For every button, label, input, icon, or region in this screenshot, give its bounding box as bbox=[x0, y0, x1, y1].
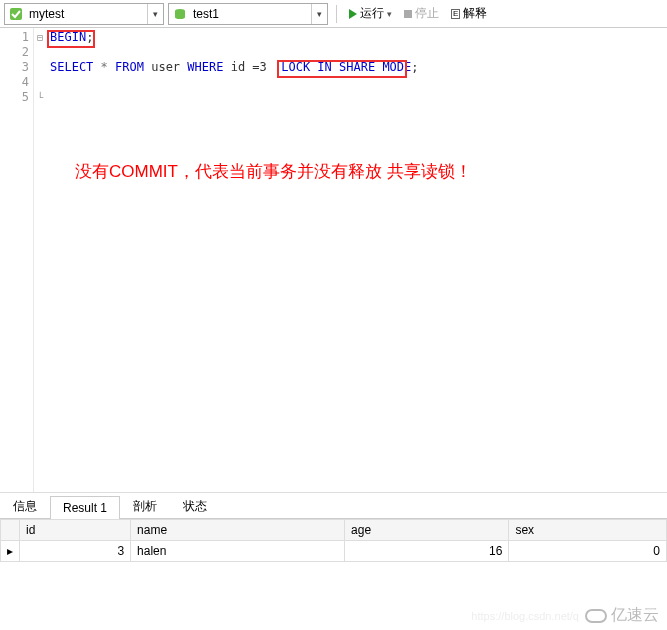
play-icon bbox=[349, 9, 357, 19]
line-number: 5 bbox=[0, 90, 29, 105]
database-dropdown[interactable]: mytest ▾ bbox=[4, 3, 164, 25]
result-tabs: 信息 Result 1 剖析 状态 bbox=[0, 493, 667, 519]
table-icon bbox=[171, 5, 189, 23]
explain-icon: E bbox=[451, 9, 460, 19]
chevron-down-icon: ▾ bbox=[147, 4, 163, 24]
fold-end: └ bbox=[34, 90, 46, 105]
sql-editor[interactable]: 1 2 3 4 5 ⊟ └ BEGIN; SELECT * FROM user … bbox=[0, 28, 667, 493]
tab-result1[interactable]: Result 1 bbox=[50, 496, 120, 519]
col-id[interactable]: id bbox=[20, 520, 131, 541]
fold-icon[interactable]: ⊟ bbox=[34, 30, 46, 45]
svg-rect-0 bbox=[10, 8, 22, 20]
fold-column: ⊟ └ bbox=[34, 28, 46, 492]
separator bbox=[336, 5, 337, 23]
result-table: id name age sex ▸ 3 halen 16 0 bbox=[0, 519, 667, 562]
stop-icon bbox=[404, 10, 412, 18]
fold-line bbox=[34, 75, 46, 90]
table-row[interactable]: ▸ 3 halen 16 0 bbox=[1, 541, 667, 562]
highlight-box-lock bbox=[277, 60, 407, 78]
run-label: 运行 bbox=[360, 5, 384, 22]
col-sex[interactable]: sex bbox=[509, 520, 667, 541]
line-number: 2 bbox=[0, 45, 29, 60]
line-gutter: 1 2 3 4 5 bbox=[0, 28, 34, 492]
table-name: test1 bbox=[191, 7, 311, 21]
toolbar: mytest ▾ test1 ▾ 运行 ▾ 停止 E 解释 bbox=[0, 0, 667, 28]
line-number: 3 bbox=[0, 60, 29, 75]
cell-age[interactable]: 16 bbox=[345, 541, 509, 562]
database-icon bbox=[7, 5, 25, 23]
row-nav-header bbox=[1, 520, 20, 541]
fold-line bbox=[34, 45, 46, 60]
tab-info[interactable]: 信息 bbox=[0, 493, 50, 519]
watermark-brand: 亿速云 bbox=[585, 605, 659, 626]
stop-button[interactable]: 停止 bbox=[400, 3, 443, 24]
chevron-down-icon: ▾ bbox=[311, 4, 327, 24]
explain-label: 解释 bbox=[463, 5, 487, 22]
row-indicator-icon: ▸ bbox=[1, 541, 20, 562]
cell-id[interactable]: 3 bbox=[20, 541, 131, 562]
stop-label: 停止 bbox=[415, 5, 439, 22]
tab-profile[interactable]: 剖析 bbox=[120, 493, 170, 519]
fold-line bbox=[34, 60, 46, 75]
code-line-5 bbox=[50, 90, 663, 105]
code-line-2 bbox=[50, 45, 663, 60]
database-name: mytest bbox=[27, 7, 147, 21]
cell-sex[interactable]: 0 bbox=[509, 541, 667, 562]
watermark-csdn: https://blog.csdn.net/q bbox=[471, 610, 579, 622]
code-line-1: BEGIN; bbox=[50, 30, 663, 45]
explain-button[interactable]: E 解释 bbox=[447, 3, 491, 24]
col-age[interactable]: age bbox=[345, 520, 509, 541]
brand-text: 亿速云 bbox=[611, 605, 659, 626]
run-button[interactable]: 运行 ▾ bbox=[345, 3, 396, 24]
table-dropdown[interactable]: test1 ▾ bbox=[168, 3, 328, 25]
line-number: 4 bbox=[0, 75, 29, 90]
code-area[interactable]: BEGIN; SELECT * FROM user WHERE id =3 LO… bbox=[46, 28, 667, 492]
highlight-box-begin bbox=[47, 30, 95, 48]
col-name[interactable]: name bbox=[131, 520, 345, 541]
chevron-down-icon: ▾ bbox=[387, 9, 392, 19]
cloud-icon bbox=[585, 609, 607, 623]
tab-status[interactable]: 状态 bbox=[170, 493, 220, 519]
line-number: 1 bbox=[0, 30, 29, 45]
table-header-row: id name age sex bbox=[1, 520, 667, 541]
cell-name[interactable]: halen bbox=[131, 541, 345, 562]
annotation-text: 没有COMMIT，代表当前事务并没有释放 共享读锁！ bbox=[75, 160, 472, 183]
